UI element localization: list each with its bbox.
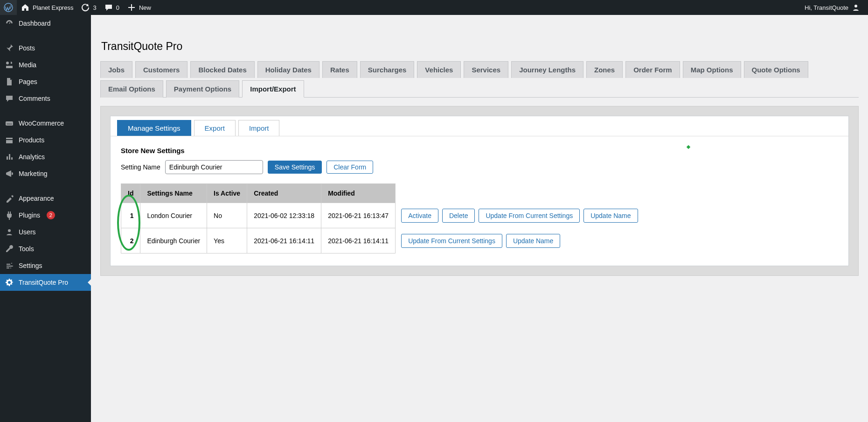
update-from-current-settings-button[interactable]: Update From Current Settings [401,234,502,248]
tab-journey-lengths[interactable]: Journey Lengths [511,61,583,78]
sidebar-item-label: Posts [19,44,35,52]
update-from-current-settings-button[interactable]: Update From Current Settings [479,209,580,223]
svg-point-1 [854,5,857,7]
comment-icon [104,3,113,12]
tab-order-form[interactable]: Order Form [625,61,680,78]
tab-quote-options[interactable]: Quote Options [744,61,808,78]
delete-button[interactable]: Delete [442,209,475,223]
tab-rates[interactable]: Rates [322,61,357,78]
update-name-button[interactable]: Update Name [583,209,638,223]
site-name: Planet Express [33,4,73,11]
sidebar-item-products[interactable]: Products [0,132,91,148]
sidebar-item-label: Settings [19,262,42,269]
new-link[interactable]: New [123,0,155,15]
sidebar-item-label: Dashboard [19,20,51,27]
avatar-icon [851,3,861,12]
tab-customers[interactable]: Customers [135,61,187,78]
sidebar-item-pages[interactable]: Pages [0,73,91,90]
primary-tabs: JobsCustomersBlocked DatesHoliday DatesR… [100,61,859,98]
admin-bar: Planet Express 3 0 New Hi, TransitQuote [0,0,868,15]
table-cell-name: Edinburgh Courier [140,228,207,253]
tab-payment-options[interactable]: Payment Options [166,80,239,98]
sidebar-item-woocommerce[interactable]: wooWooCommerce [0,115,91,132]
sidebar-item-dashboard[interactable]: Dashboard [0,15,91,32]
site-link[interactable]: Planet Express [17,0,77,15]
analytics-icon [5,152,14,162]
setting-name-input[interactable] [165,160,263,174]
sidebar-item-label: Comments [19,95,50,102]
save-settings-button[interactable]: Save Settings [268,161,322,174]
products-icon [5,135,14,145]
marketing-icon [5,169,14,178]
table-row: 1London CourierNo2021-06-02 12:33:182021… [121,203,645,228]
sidebar-item-label: Media [19,61,36,69]
pin-icon [5,43,14,53]
subtab-export[interactable]: Export [194,120,236,136]
updates-link[interactable]: 3 [77,0,100,15]
clear-form-button[interactable]: Clear Form [326,161,373,174]
table-cell-created: 2021-06-21 16:14:11 [247,228,321,253]
tab-surcharges[interactable]: Surcharges [360,61,415,78]
tab-services[interactable]: Services [464,61,508,78]
table-header: Modified [321,184,396,203]
tab-jobs[interactable]: Jobs [100,61,132,78]
sidebar-item-label: Analytics [19,153,45,161]
settings-icon [5,261,14,270]
tab-import-export[interactable]: Import/Export [242,80,304,98]
sidebar-item-label: TransitQuote Pro [19,279,68,286]
page-title: TransitQuote Pro [101,40,859,53]
tab-blocked-dates[interactable]: Blocked Dates [190,61,254,78]
settings-table: IdSettings NameIs ActiveCreatedModified1… [121,183,645,253]
sidebar-badge: 2 [47,211,55,219]
wp-logo[interactable] [0,0,17,15]
sidebar-item-media[interactable]: Media [0,56,91,73]
comments-link[interactable]: 0 [100,0,123,15]
appearance-icon [5,194,14,203]
table-header: Created [247,184,321,203]
sidebar-item-appearance[interactable]: Appearance [0,190,91,207]
tab-holiday-dates[interactable]: Holiday Dates [257,61,319,78]
tab-vehicles[interactable]: Vehicles [417,61,461,78]
sidebar-item-label: Users [19,228,36,236]
sidebar-item-tools[interactable]: Tools [0,240,91,257]
svg-point-4 [8,229,11,232]
panel-inner: Manage SettingsExportImport Store New Se… [110,116,849,266]
admin-sidebar: DashboardPostsMediaPagesCommentswooWooCo… [0,15,91,295]
comments-count: 0 [116,4,119,11]
store-heading: Store New Settings [121,147,838,155]
gear-icon [5,278,14,287]
wordpress-icon [4,3,13,12]
table-cell-modified: 2021-06-21 16:14:11 [321,228,396,253]
tab-email-options[interactable]: Email Options [100,80,163,98]
subtab-manage-settings[interactable]: Manage Settings [117,120,191,136]
tools-icon [5,244,14,253]
sidebar-item-marketing[interactable]: Marketing [0,165,91,182]
sidebar-item-label: Plugins [19,211,40,219]
sidebar-item-analytics[interactable]: Analytics [0,148,91,165]
sidebar-item-comments[interactable]: Comments [0,90,91,107]
tab-zones[interactable]: Zones [586,61,623,78]
tab-map-options[interactable]: Map Options [683,61,741,78]
table-cell-created: 2021-06-02 12:33:18 [247,203,321,228]
sidebar-item-settings[interactable]: Settings [0,257,91,274]
subtabs: Manage SettingsExportImport [111,116,848,136]
table-cell-modified: 2021-06-21 16:13:47 [321,203,396,228]
sidebar-item-plugins[interactable]: Plugins2 [0,207,91,224]
plus-icon [127,3,136,12]
svg-text:woo: woo [6,122,12,125]
sidebar-item-label: Products [19,136,44,144]
users-icon [5,227,14,237]
activate-button[interactable]: Activate [401,209,438,223]
subtab-import[interactable]: Import [238,120,280,136]
manage-settings-body: Store New Settings Setting Name Save Set… [111,136,848,266]
greeting-label: Hi, TransitQuote [805,4,848,11]
panel-outer: Manage SettingsExportImport Store New Se… [100,106,859,276]
sidebar-item-users[interactable]: Users [0,224,91,240]
greeting-link[interactable]: Hi, TransitQuote [801,0,864,15]
update-name-button[interactable]: Update Name [506,234,560,248]
sidebar-item-posts[interactable]: Posts [0,40,91,56]
dashboard-icon [5,19,14,28]
table-cell-name: London Courier [140,203,207,228]
sidebar-item-label: Pages [19,78,37,85]
sidebar-item-transitquote-pro[interactable]: TransitQuote Pro [0,274,91,291]
